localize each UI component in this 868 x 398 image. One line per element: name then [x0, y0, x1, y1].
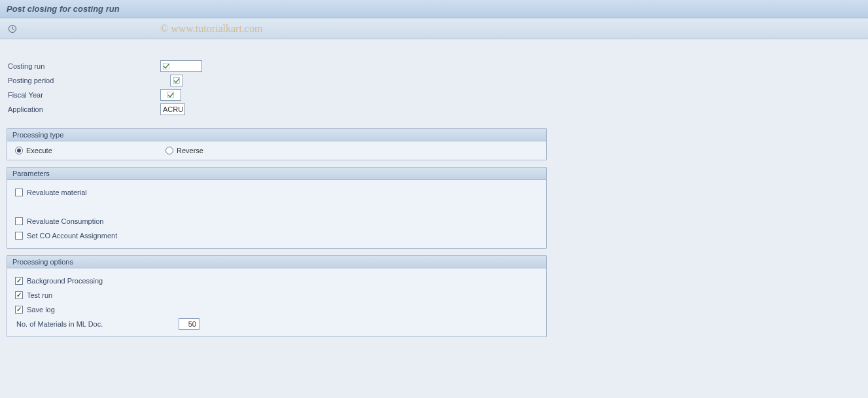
radio-icon — [15, 147, 23, 154]
num-materials-row: No. of Materials in ML Doc. — [15, 317, 538, 331]
radio-execute[interactable]: Execute — [15, 147, 165, 154]
processing-options-title: Processing options — [7, 256, 546, 268]
check-row-set-co-assignment: Set CO Account Assignment — [15, 228, 538, 243]
costing-run-input[interactable] — [160, 60, 202, 72]
save-log-label[interactable]: Save log — [27, 306, 55, 314]
processing-options-group: Processing options Background Processing… — [7, 255, 547, 337]
field-row-posting-period: Posting period — [7, 73, 861, 88]
revaluate-material-label[interactable]: Revaluate material — [27, 189, 87, 196]
required-icon — [163, 63, 169, 69]
check-row-revaluate-consumption: Revaluate Consumption — [15, 214, 538, 228]
save-log-checkbox[interactable] — [15, 306, 23, 314]
required-icon — [167, 92, 174, 98]
fiscal-year-input[interactable] — [160, 89, 181, 101]
processing-type-radio-group: Execute Reverse — [15, 147, 538, 154]
test-run-label[interactable]: Test run — [27, 291, 52, 299]
application-input[interactable]: ACRU — [160, 103, 185, 115]
background-label[interactable]: Background Processing — [27, 277, 103, 285]
costing-run-label: Costing run — [7, 62, 160, 70]
check-row-save-log: Save log — [15, 302, 538, 317]
set-co-assignment-label[interactable]: Set CO Account Assignment — [27, 232, 117, 240]
check-row-test-run: Test run — [15, 288, 538, 302]
radio-reverse-label: Reverse — [177, 147, 203, 154]
parameters-title: Parameters — [7, 168, 546, 180]
content-area: Costing run Posting period Fiscal Year — [0, 39, 868, 344]
processing-type-group: Processing type Execute Reverse — [7, 128, 547, 160]
num-materials-label: No. of Materials in ML Doc. — [15, 320, 179, 328]
page-title: Post closing for costing run — [7, 4, 120, 14]
posting-period-input[interactable] — [170, 75, 183, 86]
background-checkbox[interactable] — [15, 277, 23, 285]
posting-period-label: Posting period — [7, 77, 160, 84]
radio-icon — [165, 147, 173, 154]
toolbar: © www.tutorialkart.com — [0, 18, 868, 39]
application-value: ACRU — [163, 105, 183, 113]
revaluate-consumption-checkbox[interactable] — [15, 217, 23, 225]
revaluate-material-checkbox[interactable] — [15, 189, 23, 196]
clock-icon — [8, 24, 17, 33]
check-row-background: Background Processing — [15, 274, 538, 288]
set-co-assignment-checkbox[interactable] — [15, 232, 23, 240]
page-title-bar: Post closing for costing run — [0, 0, 868, 18]
num-materials-input[interactable] — [179, 318, 200, 330]
field-row-application: Application ACRU — [7, 102, 861, 117]
test-run-checkbox[interactable] — [15, 291, 23, 299]
application-label: Application — [7, 105, 160, 113]
revaluate-consumption-label[interactable]: Revaluate Consumption — [27, 217, 103, 225]
check-row-revaluate-material: Revaluate material — [15, 185, 538, 200]
fiscal-year-label: Fiscal Year — [7, 91, 160, 99]
field-row-fiscal-year: Fiscal Year — [7, 88, 861, 102]
processing-type-title: Processing type — [7, 129, 546, 141]
radio-execute-label: Execute — [26, 147, 52, 154]
required-icon — [173, 77, 180, 84]
svg-line-2 — [12, 29, 14, 30]
radio-reverse[interactable]: Reverse — [165, 147, 316, 154]
watermark: © www.tutorialkart.com — [160, 23, 262, 35]
field-row-costing-run: Costing run — [7, 59, 861, 73]
execute-button[interactable] — [7, 23, 18, 35]
parameters-group: Parameters Revaluate material Revaluate … — [7, 167, 547, 249]
